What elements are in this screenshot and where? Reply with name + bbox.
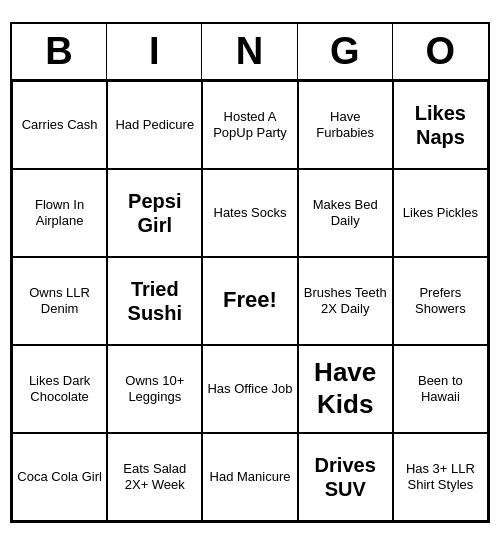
bingo-cell-16[interactable]: Owns 10+ Leggings: [107, 345, 202, 433]
bingo-cell-11[interactable]: Tried Sushi: [107, 257, 202, 345]
bingo-cell-9[interactable]: Likes Pickles: [393, 169, 488, 257]
bingo-letter-n: N: [202, 24, 297, 79]
bingo-cell-3[interactable]: Have Furbabies: [298, 81, 393, 169]
bingo-cell-17[interactable]: Has Office Job: [202, 345, 297, 433]
bingo-cell-1[interactable]: Had Pedicure: [107, 81, 202, 169]
bingo-cell-22[interactable]: Had Manicure: [202, 433, 297, 521]
bingo-cell-24[interactable]: Has 3+ LLR Shirt Styles: [393, 433, 488, 521]
bingo-card: BINGO Carries CashHad PedicureHosted A P…: [10, 22, 490, 523]
bingo-cell-21[interactable]: Eats Salad 2X+ Week: [107, 433, 202, 521]
bingo-cell-20[interactable]: Coca Cola Girl: [12, 433, 107, 521]
bingo-letter-i: I: [107, 24, 202, 79]
bingo-grid: Carries CashHad PedicureHosted A PopUp P…: [12, 81, 488, 521]
bingo-cell-2[interactable]: Hosted A PopUp Party: [202, 81, 297, 169]
bingo-cell-19[interactable]: Been to Hawaii: [393, 345, 488, 433]
bingo-cell-0[interactable]: Carries Cash: [12, 81, 107, 169]
bingo-cell-23[interactable]: Drives SUV: [298, 433, 393, 521]
bingo-cell-4[interactable]: Likes Naps: [393, 81, 488, 169]
bingo-cell-12[interactable]: Free!: [202, 257, 297, 345]
bingo-cell-5[interactable]: Flown In Airplane: [12, 169, 107, 257]
bingo-letter-o: O: [393, 24, 488, 79]
bingo-cell-7[interactable]: Hates Socks: [202, 169, 297, 257]
bingo-cell-10[interactable]: Owns LLR Denim: [12, 257, 107, 345]
bingo-cell-18[interactable]: Have Kids: [298, 345, 393, 433]
bingo-letter-b: B: [12, 24, 107, 79]
bingo-header: BINGO: [12, 24, 488, 81]
bingo-cell-6[interactable]: Pepsi Girl: [107, 169, 202, 257]
bingo-letter-g: G: [298, 24, 393, 79]
bingo-cell-14[interactable]: Prefers Showers: [393, 257, 488, 345]
bingo-cell-8[interactable]: Makes Bed Daily: [298, 169, 393, 257]
bingo-cell-13[interactable]: Brushes Teeth 2X Daily: [298, 257, 393, 345]
bingo-cell-15[interactable]: Likes Dark Chocolate: [12, 345, 107, 433]
